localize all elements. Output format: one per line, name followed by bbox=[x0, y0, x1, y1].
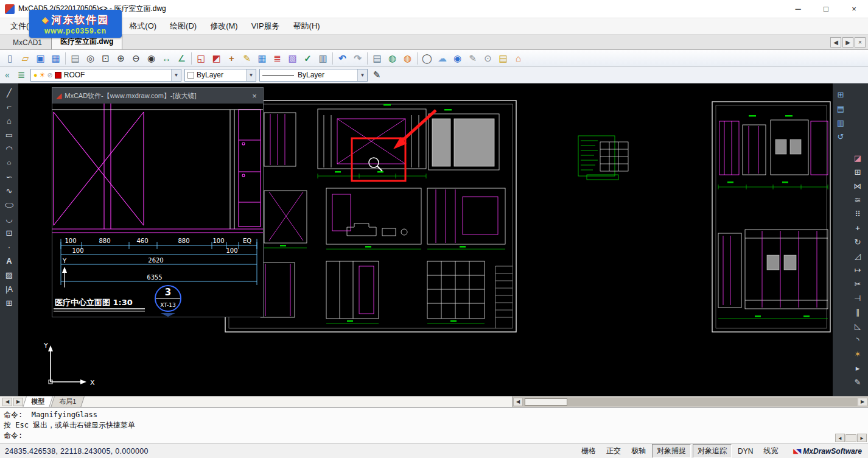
toggle-ortho[interactable]: 正交 bbox=[602, 445, 625, 457]
layer-manager-icon[interactable]: ≣ bbox=[15, 68, 27, 82]
new-file-icon[interactable]: ▯ bbox=[2, 51, 18, 66]
break-icon[interactable]: ∥ bbox=[851, 306, 864, 318]
rectangle-icon[interactable]: ▭ bbox=[2, 129, 16, 141]
scale-icon[interactable]: ◿ bbox=[851, 250, 864, 262]
polyline-icon[interactable]: ⌐ bbox=[2, 101, 16, 113]
save-icon[interactable]: ▣ bbox=[33, 51, 48, 66]
spline-icon[interactable]: ∿ bbox=[2, 185, 16, 197]
etransmit-icon[interactable]: ▤ bbox=[369, 51, 385, 66]
doc-tab-prev-icon[interactable]: ◀ bbox=[830, 37, 841, 48]
preview-icon[interactable]: ◎ bbox=[83, 51, 98, 66]
extend-icon[interactable]: ⊣ bbox=[851, 292, 864, 304]
home-icon[interactable]: ⌂ bbox=[511, 51, 526, 66]
hscroll-thumb[interactable] bbox=[525, 398, 567, 406]
toggle-otrack[interactable]: 对象追踪 bbox=[693, 444, 732, 458]
point-icon[interactable]: ∙ bbox=[2, 241, 16, 253]
zoom-window-icon[interactable]: ⊡ bbox=[98, 51, 113, 66]
copy-object-icon[interactable]: ⊞ bbox=[851, 166, 864, 178]
sheet-nav-prev-icon[interactable]: ◀ bbox=[2, 398, 12, 406]
chamfer-icon[interactable]: ◺ bbox=[851, 320, 864, 332]
maximize-button[interactable]: □ bbox=[812, 0, 840, 18]
tab-model[interactable]: 模型 bbox=[23, 396, 53, 407]
magnifier-window[interactable]: ◢ MxCAD软件-【www.mxdraw.com】-[放大镜] × bbox=[52, 87, 264, 317]
offset-icon[interactable]: ≋ bbox=[851, 194, 864, 206]
mtext-icon[interactable]: |A bbox=[2, 283, 16, 295]
polygon-icon[interactable]: ⌂ bbox=[2, 115, 16, 127]
redo-icon[interactable]: ↷ bbox=[350, 51, 365, 66]
insert-block-icon[interactable]: ⊡ bbox=[2, 227, 16, 239]
command-scroll-right-icon[interactable]: ▶ bbox=[857, 434, 867, 442]
doc-tab-mxcad1[interactable]: MxCAD1 bbox=[4, 36, 51, 49]
stretch-icon[interactable]: ↦ bbox=[851, 264, 864, 276]
array-icon[interactable]: ⠿ bbox=[851, 208, 864, 220]
menu-vip[interactable]: VIP服务 bbox=[245, 18, 287, 34]
menu-format[interactable]: 格式(O) bbox=[122, 18, 163, 34]
layer-lock-icon[interactable]: ⊘ bbox=[47, 71, 53, 79]
sheet-nav-next-icon[interactable]: ▶ bbox=[13, 398, 23, 406]
web-link-icon[interactable]: ◍ bbox=[400, 51, 415, 66]
color-combo-arrow-icon[interactable]: ▼ bbox=[246, 69, 256, 81]
command-prompt[interactable]: 命令: bbox=[4, 431, 864, 441]
find-icon[interactable]: ⊙ bbox=[480, 51, 495, 66]
zoom-in-icon[interactable]: ⊕ bbox=[113, 51, 128, 66]
command-scroll-left-icon[interactable]: ◀ bbox=[835, 434, 845, 442]
toolbar-grip-icon[interactable]: « bbox=[2, 70, 12, 80]
insert-table-icon[interactable]: ▦ bbox=[254, 51, 270, 66]
circle-icon[interactable]: ○ bbox=[2, 157, 16, 169]
menu-modify[interactable]: 修改(M) bbox=[203, 18, 245, 34]
linetype-combo-arrow-icon[interactable]: ▼ bbox=[357, 69, 367, 81]
menu-help[interactable]: 帮助(H) bbox=[287, 18, 327, 34]
zoom-out-icon[interactable]: ⊖ bbox=[128, 51, 144, 66]
toggle-osnap[interactable]: 对象捕捉 bbox=[652, 444, 691, 458]
save-all-icon[interactable]: ▦ bbox=[48, 51, 63, 66]
help-online-icon[interactable]: ◉ bbox=[450, 51, 465, 66]
mirror-icon[interactable]: ⋈ bbox=[851, 180, 864, 192]
undo-icon[interactable]: ↶ bbox=[335, 51, 350, 66]
command-window[interactable]: 命令: MagnifyingGlass 按 Esc 退出，或单击右键显示快捷菜单… bbox=[0, 407, 868, 443]
match-properties-icon[interactable]: ▧ bbox=[285, 51, 300, 66]
toggle-dyn[interactable]: DYN bbox=[733, 446, 757, 457]
table-icon[interactable]: ⊞ bbox=[2, 297, 16, 309]
color-combo[interactable]: ByLayer ▼ bbox=[184, 69, 256, 82]
sketch-icon[interactable]: ✎ bbox=[851, 376, 864, 388]
quick-select-icon[interactable]: ✓ bbox=[300, 51, 315, 66]
zoom-realtime-icon[interactable]: ◩ bbox=[209, 51, 224, 66]
toggle-grid[interactable]: 栅格 bbox=[577, 445, 600, 457]
command-scroll-thumb[interactable] bbox=[845, 434, 856, 442]
rotate-icon[interactable]: ↻ bbox=[851, 236, 864, 248]
tab-layout1[interactable]: 布局1 bbox=[51, 396, 85, 407]
open-icon[interactable]: ▱ bbox=[18, 51, 33, 66]
text-icon[interactable]: A bbox=[2, 255, 16, 267]
web-publish-icon[interactable]: ◍ bbox=[385, 51, 400, 66]
drawing-canvas[interactable]: Y X ◢ MxCAD软件-【www.mxdraw.com】-[放大镜] × bbox=[18, 83, 833, 396]
toggle-polar[interactable]: 极轴 bbox=[627, 445, 650, 457]
minimize-button[interactable]: ─ bbox=[784, 0, 812, 18]
trim-icon[interactable]: ✂ bbox=[851, 278, 864, 290]
measure-angle-icon[interactable]: ∠ bbox=[174, 51, 189, 66]
layer-on-icon[interactable]: ● bbox=[33, 71, 38, 79]
copy-to-clipboard-icon[interactable]: ⊞ bbox=[834, 88, 847, 100]
hscroll-right-icon[interactable]: ▶ bbox=[858, 398, 867, 406]
select-cursor-icon[interactable]: ▸ bbox=[851, 362, 864, 374]
layer-combo[interactable]: ● ☀ ⊘ ROOF ▼ bbox=[30, 69, 181, 82]
close-button[interactable]: × bbox=[840, 0, 868, 18]
layers-icon[interactable]: ≣ bbox=[270, 51, 285, 66]
arc-icon[interactable]: ◠ bbox=[2, 143, 16, 155]
doc-report-icon[interactable]: ▤ bbox=[495, 51, 511, 66]
magnifier-title-bar[interactable]: ◢ MxCAD软件-【www.mxdraw.com】-[放大镜] × bbox=[52, 88, 263, 104]
doc-tab-next-icon[interactable]: ▶ bbox=[842, 37, 853, 48]
linetype-combo[interactable]: ByLayer ▼ bbox=[259, 69, 368, 82]
layer-combo-arrow-icon[interactable]: ▼ bbox=[171, 69, 181, 81]
erase-icon[interactable]: ◪ bbox=[851, 152, 864, 164]
canvas-hscrollbar[interactable]: ◀ ▶ bbox=[513, 396, 868, 407]
properties-icon[interactable]: ▥ bbox=[315, 51, 331, 66]
view-back-icon[interactable]: ↺ bbox=[834, 130, 847, 143]
paste-from-clipboard-icon[interactable]: ▤ bbox=[834, 102, 847, 114]
move-icon[interactable]: + bbox=[851, 222, 864, 234]
ellipse-arc-icon[interactable]: ◡ bbox=[2, 213, 16, 225]
menu-draw[interactable]: 绘图(D) bbox=[163, 18, 203, 34]
doc-tab-close-icon[interactable]: × bbox=[855, 37, 866, 48]
match-layer-icon[interactable]: ✎ bbox=[371, 68, 383, 82]
toggle-lineweight[interactable]: 线宽 bbox=[759, 445, 782, 457]
zoom-extents-icon[interactable]: ◉ bbox=[144, 51, 159, 66]
